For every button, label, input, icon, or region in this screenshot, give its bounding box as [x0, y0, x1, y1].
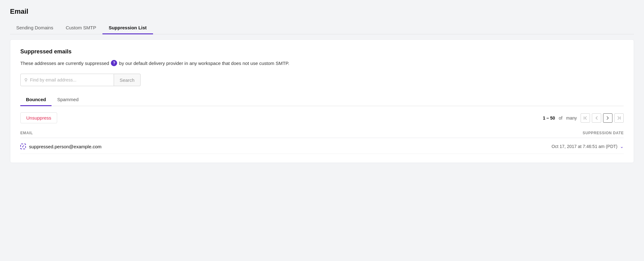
- section-title: Suppressed emails: [20, 48, 624, 55]
- table-row: suppressed.person@example.com Oct 17, 20…: [20, 139, 624, 154]
- sub-tabs: Bounced Spammed: [20, 94, 624, 106]
- main-content-card: Suppressed emails These addresses are cu…: [10, 39, 634, 163]
- pagination-row: 1 – 50 of many: [543, 113, 624, 123]
- suppression-date-value: Oct 17, 2017 at 7:46:51 am (PDT): [552, 144, 617, 149]
- col-header-suppression-date: SUPPRESSION DATE: [583, 131, 624, 135]
- toolbar-row: Unsuppress 1 – 50 of many: [20, 112, 624, 123]
- tab-sending-domains[interactable]: Sending Domains: [10, 22, 59, 34]
- search-input-wrapper: ⚲: [20, 74, 114, 86]
- first-page-icon: [583, 116, 587, 120]
- next-page-icon: [607, 116, 609, 120]
- row-checkbox[interactable]: [20, 144, 26, 149]
- pagination-range: 1 – 50: [543, 116, 555, 121]
- email-cell: suppressed.person@example.com: [20, 144, 102, 149]
- email-value: suppressed.person@example.com: [29, 144, 102, 149]
- chevron-down-icon[interactable]: ⌄: [620, 144, 624, 149]
- unsuppress-button[interactable]: Unsuppress: [20, 112, 57, 123]
- pagination-total: many: [566, 116, 577, 121]
- pagination-next-button[interactable]: [603, 113, 612, 123]
- help-icon[interactable]: ?: [111, 60, 117, 66]
- description-before: These addresses are currently suppressed: [20, 61, 109, 66]
- sub-tab-bounced[interactable]: Bounced: [20, 94, 52, 106]
- page-title: Email: [10, 7, 634, 16]
- date-cell: Oct 17, 2017 at 7:46:51 am (PDT) ⌄: [552, 144, 624, 149]
- pagination-prev-button[interactable]: [592, 113, 601, 123]
- prev-page-icon: [595, 116, 598, 120]
- search-icon: ⚲: [24, 77, 27, 82]
- pagination-last-button[interactable]: [614, 113, 624, 123]
- col-header-email: EMAIL: [20, 131, 33, 135]
- pagination-of: of: [559, 116, 562, 121]
- description-row: These addresses are currently suppressed…: [20, 60, 624, 66]
- search-input[interactable]: [30, 77, 110, 82]
- tab-suppression-list[interactable]: Suppression List: [102, 22, 153, 34]
- pagination-first-button[interactable]: [581, 113, 590, 123]
- table-header: EMAIL SUPPRESSION DATE: [20, 128, 624, 138]
- tab-navigation: Sending Domains Custom SMTP Suppression …: [10, 22, 634, 34]
- description-after: by our default delivery provider in any …: [119, 61, 289, 66]
- tab-custom-smtp[interactable]: Custom SMTP: [59, 22, 102, 34]
- search-button[interactable]: Search: [114, 74, 141, 86]
- search-row: ⚲ Search: [20, 74, 624, 86]
- sub-tab-spammed[interactable]: Spammed: [52, 94, 84, 106]
- last-page-icon: [617, 116, 621, 120]
